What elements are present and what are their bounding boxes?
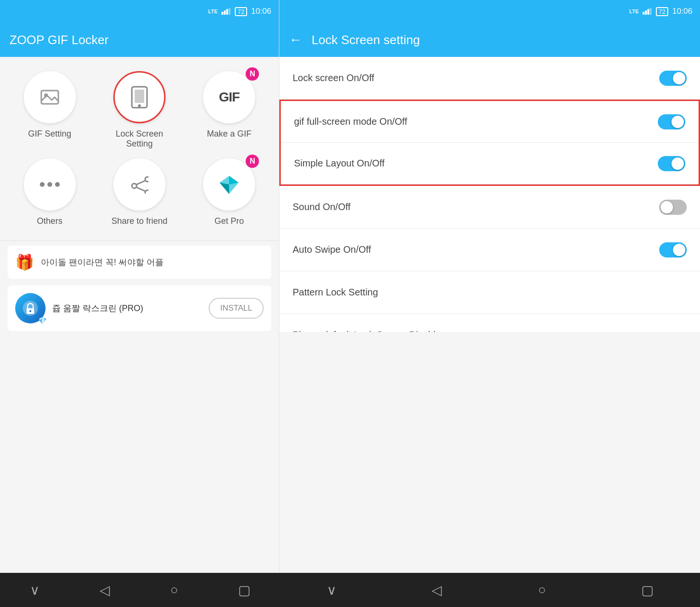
signal-icon (221, 8, 231, 15)
auto-swipe-label: Auto Swipe On/Off (293, 244, 371, 255)
svg-rect-2 (226, 9, 228, 15)
lock-screen-button[interactable] (113, 71, 166, 123)
setting-simple-layout[interactable]: Simple Layout On/Off (281, 143, 699, 184)
svg-rect-0 (221, 12, 223, 15)
left-bottom-nav: ∨ ◁ ○ ▢ (0, 573, 279, 607)
grid-item-make-gif[interactable]: GIF N Make a GIF (189, 71, 269, 149)
install-card: 💎 쥽 움짤 락스크린 (PRO) INSTALL (8, 285, 271, 331)
nav-home[interactable]: ○ (160, 580, 189, 599)
grid-item-gif-setting[interactable]: GIF Setting (9, 71, 90, 149)
make-gif-label: Make a GIF (207, 129, 251, 139)
svg-point-9 (145, 177, 148, 182)
promo-banner[interactable]: 🎁 아이돌 팬이라면 꼭! 써야할 어플 (8, 246, 271, 279)
highlighted-section: gif full-screen mode On/Off Simple Layou… (279, 100, 700, 186)
right-nav-down[interactable]: ∨ (317, 580, 346, 599)
svg-rect-22 (647, 9, 649, 15)
grid-item-others[interactable]: Others (9, 158, 90, 226)
setting-auto-swipe[interactable]: Auto Swipe On/Off (279, 229, 700, 271)
gift-icon: 🎁 (15, 253, 34, 271)
svg-rect-20 (643, 12, 645, 15)
svg-rect-1 (224, 10, 226, 15)
nav-back[interactable]: ◁ (91, 580, 119, 599)
gif-text-icon: GIF (219, 90, 239, 105)
left-panel: LTE 72 10:06 ZOOP GIF Locker GIF Setting (0, 0, 279, 607)
new-badge-pro: N (246, 155, 259, 168)
others-label: Others (37, 216, 63, 226)
divider-1 (0, 240, 279, 241)
right-battery: 72 (656, 7, 668, 16)
nav-down[interactable]: ∨ (21, 580, 49, 599)
svg-rect-7 (135, 90, 144, 103)
setting-lock-screen-onoff[interactable]: Lock screen On/Off (279, 57, 700, 100)
share-label: Share to friend (111, 216, 167, 226)
right-status-bar: LTE 72 10:06 (279, 0, 700, 23)
setting-phone-default-lock[interactable]: Phone default Lock Screen Disable (279, 314, 700, 332)
grid-item-lock-screen[interactable]: Lock ScreenSetting (99, 71, 179, 149)
right-app-bar: ← Lock Screen setting (279, 23, 700, 57)
battery-indicator: 72 (235, 7, 247, 16)
right-time: 10:06 (672, 7, 692, 16)
back-button[interactable]: ← (289, 32, 302, 47)
share-button[interactable] (113, 158, 166, 211)
svg-point-19 (29, 310, 31, 312)
toggle-thumb-4 (661, 201, 673, 213)
lock-screen-toggle[interactable] (659, 71, 687, 86)
right-nav-square[interactable]: ▢ (633, 580, 662, 599)
right-signal-icon (643, 8, 652, 15)
main-grid: GIF Setting Lock ScreenSetting GIF N Mak… (0, 57, 279, 236)
svg-marker-16 (220, 183, 229, 194)
grid-item-get-pro[interactable]: N Get Pro (189, 158, 269, 226)
toggle-thumb-5 (673, 244, 685, 256)
gif-fullscreen-label: gif full-screen mode On/Off (294, 116, 407, 127)
lte-label: LTE (208, 9, 218, 14)
image-icon (39, 87, 60, 108)
make-gif-button[interactable]: GIF N (203, 71, 255, 123)
setting-sound-onoff[interactable]: Sound On/Off (279, 186, 700, 229)
get-pro-button[interactable]: N (203, 158, 255, 211)
left-app-bar: ZOOP GIF Locker (0, 23, 279, 57)
right-bottom-nav: ∨ ◁ ○ ▢ (279, 573, 700, 607)
gif-fullscreen-toggle[interactable] (658, 114, 685, 129)
right-nav-back[interactable]: ◁ (423, 580, 451, 599)
pattern-lock-label: Pattern Lock Setting (293, 287, 378, 298)
right-nav-home[interactable]: ○ (528, 580, 556, 599)
right-panel: LTE 72 10:06 ← Lock Screen setting Lock … (279, 0, 700, 607)
gif-setting-label: GIF Setting (28, 129, 71, 139)
svg-rect-21 (645, 10, 647, 15)
setting-gif-fullscreen[interactable]: gif full-screen mode On/Off (281, 101, 699, 143)
phone-icon (131, 86, 148, 109)
settings-list: Lock screen On/Off gif full-screen mode … (279, 57, 700, 332)
toggle-thumb-3 (672, 157, 684, 170)
install-app-icon: 💎 (15, 293, 46, 323)
share-icon (130, 175, 148, 193)
simple-layout-toggle[interactable] (658, 156, 685, 171)
simple-layout-label: Simple Layout On/Off (294, 158, 385, 169)
gif-setting-button[interactable] (24, 71, 76, 123)
svg-point-11 (145, 190, 148, 193)
grid-item-share[interactable]: Share to friend (99, 158, 179, 226)
right-lte-label: LTE (629, 9, 639, 14)
sound-label: Sound On/Off (293, 202, 350, 212)
right-screen-title: Lock Screen setting (312, 33, 420, 47)
lock-circle-icon (22, 300, 39, 317)
time-display: 10:06 (251, 7, 271, 16)
install-button[interactable]: INSTALL (209, 298, 264, 319)
sound-toggle[interactable] (659, 200, 687, 215)
install-app-name: 쥽 움짤 락스크린 (PRO) (52, 303, 202, 314)
new-badge: N (246, 67, 259, 81)
diamond-icon (218, 173, 240, 196)
svg-line-12 (137, 181, 145, 184)
toggle-thumb (673, 72, 685, 84)
others-button[interactable] (24, 158, 76, 211)
lock-screen-label: Lock ScreenSetting (116, 129, 163, 149)
nav-square[interactable]: ▢ (230, 580, 258, 599)
svg-line-13 (137, 187, 145, 191)
get-pro-label: Get Pro (214, 216, 244, 226)
svg-point-8 (138, 104, 141, 107)
svg-rect-23 (650, 8, 652, 15)
setting-pattern-lock[interactable]: Pattern Lock Setting (279, 271, 700, 314)
auto-swipe-toggle[interactable] (659, 242, 687, 258)
svg-point-10 (132, 184, 137, 188)
three-dots-icon (40, 182, 60, 187)
left-status-bar: LTE 72 10:06 (0, 0, 279, 23)
